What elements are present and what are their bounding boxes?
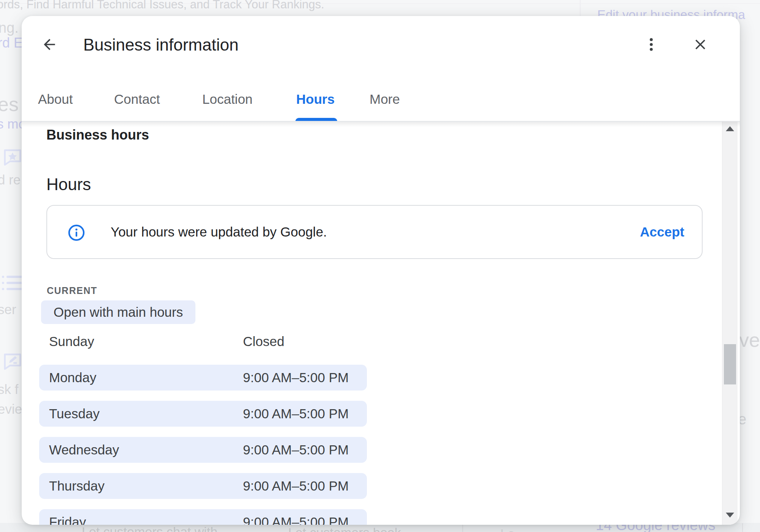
more-options-button[interactable] <box>643 36 660 53</box>
close-button[interactable] <box>692 36 709 53</box>
day-label: Wednesday <box>49 437 119 463</box>
dialog-scrollbar[interactable] <box>722 122 738 525</box>
day-hours: 9:00 AM–5:00 PM <box>243 437 349 463</box>
day-label: Sunday <box>49 329 94 354</box>
day-hours: Closed <box>243 329 284 354</box>
tab-contact[interactable]: Contact <box>114 92 160 106</box>
day-hours: 9:00 AM–5:00 PM <box>243 365 349 391</box>
tab-about[interactable]: About <box>38 92 73 106</box>
background-text-fragment: Let customers book <box>288 525 401 532</box>
day-row-sunday[interactable]: Sunday Closed <box>39 329 367 354</box>
background-topbar-divider <box>0 3 760 4</box>
day-row-thursday[interactable]: Thursday 9:00 AM–5:00 PM <box>39 473 367 499</box>
day-hours: 9:00 AM–5:00 PM <box>243 401 349 427</box>
scroll-up-icon[interactable] <box>726 126 734 131</box>
background-text-fragment: ser <box>0 302 16 317</box>
edit-review-bubble-icon <box>2 351 23 372</box>
day-row-monday[interactable]: Monday 9:00 AM–5:00 PM <box>39 365 367 391</box>
hours-updated-banner: Your hours were updated by Google. Accep… <box>46 205 703 259</box>
background-text-fragment: ng. <box>0 20 19 36</box>
scrollbar-thumb[interactable] <box>724 344 736 384</box>
open-status-text: Open with main hours <box>41 300 195 324</box>
back-button[interactable] <box>41 36 58 53</box>
kebab-menu-icon <box>643 36 660 53</box>
current-label: CURRENT <box>47 285 97 296</box>
background-text-fragment: ver <box>739 329 760 351</box>
background-text-fragment: evie <box>0 402 22 417</box>
day-hours: 9:00 AM–5:00 PM <box>243 473 349 499</box>
day-hours: 9:00 AM–5:00 PM <box>243 509 349 525</box>
background-text-fragment: Le <box>500 526 515 532</box>
arrow-left-icon <box>41 36 58 53</box>
day-row-tuesday[interactable]: Tuesday 9:00 AM–5:00 PM <box>39 401 367 427</box>
close-icon <box>692 36 709 53</box>
accept-button[interactable]: Accept <box>640 206 684 258</box>
background-text-fragment: d re <box>0 172 21 187</box>
open-status-chip[interactable]: Open with main hours <box>41 300 195 324</box>
scroll-down-icon[interactable] <box>726 513 734 518</box>
background-vertical-divider <box>580 0 581 17</box>
dialog-scroll-area: Business hours Hours Your hours were upd… <box>22 122 740 525</box>
tab-more[interactable]: More <box>370 92 400 106</box>
background-text-fragment: es <box>0 93 19 116</box>
day-row-friday[interactable]: Friday 9:00 AM–5:00 PM <box>39 509 367 525</box>
review-star-bubble-icon <box>2 147 23 167</box>
hours-heading: Hours <box>46 175 91 194</box>
day-label: Monday <box>49 365 97 391</box>
day-label: Friday <box>49 509 86 525</box>
background-text-fragment: sk f <box>0 382 18 397</box>
background-text-fragment: Let customers chat with <box>82 524 217 532</box>
dialog-title: Business information <box>83 36 238 54</box>
business-hours-heading: Business hours <box>46 127 149 143</box>
tab-hours[interactable]: Hours <box>296 92 335 106</box>
background-page-heading: ords, Find Harmful Technical Issues, and… <box>0 0 324 11</box>
info-icon <box>68 224 85 241</box>
banner-message: Your hours were updated by Google. <box>111 206 327 258</box>
background-link-fragment: rd E <box>0 35 23 51</box>
day-row-wednesday[interactable]: Wednesday 9:00 AM–5:00 PM <box>39 437 367 463</box>
business-information-dialog: Business information About Contact Locat… <box>22 16 740 525</box>
bulleted-list-icon <box>2 275 22 291</box>
day-label: Thursday <box>49 473 105 499</box>
day-label: Tuesday <box>49 401 100 427</box>
background-card-divider <box>742 523 743 532</box>
tab-location[interactable]: Location <box>202 92 252 106</box>
